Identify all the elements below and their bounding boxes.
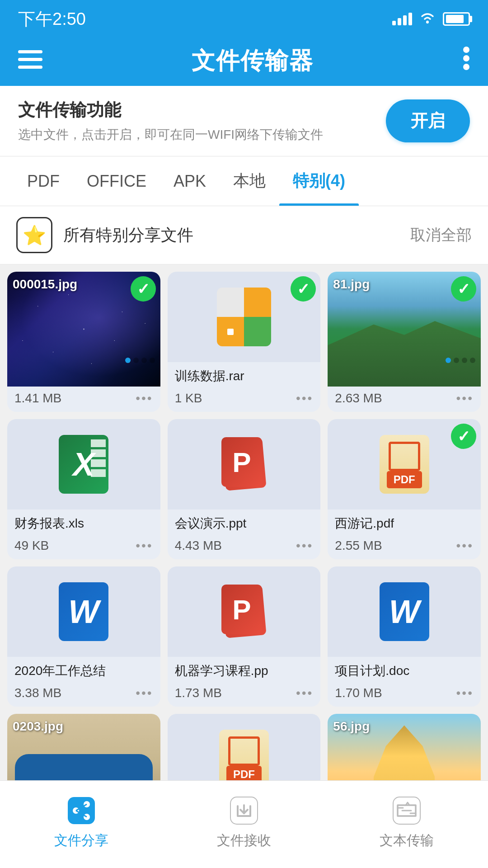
- tab-bar: PDF OFFICE APK 本地 特别(4): [0, 156, 488, 206]
- file-name: 会议演示.ppt: [168, 509, 321, 534]
- page-dots: [446, 358, 475, 363]
- file-name: 机器学习课程.pp: [168, 657, 321, 681]
- hamburger-menu[interactable]: [18, 50, 42, 72]
- tab-apk[interactable]: APK: [160, 158, 220, 204]
- file-footer: 1.70 MB •••: [328, 681, 481, 707]
- file-menu-dots[interactable]: •••: [136, 686, 153, 700]
- file-size: 1.70 MB: [335, 686, 382, 700]
- svg-point-6: [463, 64, 469, 70]
- file-menu-dots[interactable]: •••: [456, 538, 474, 553]
- file-menu-dots[interactable]: •••: [136, 391, 153, 406]
- file-size: 2.63 MB: [335, 391, 382, 406]
- page-dots: [125, 358, 155, 363]
- section-header: ⭐ 所有特别分享文件 取消全部: [0, 206, 488, 264]
- file-size: 49 KB: [14, 538, 49, 553]
- more-options-icon[interactable]: [463, 46, 470, 76]
- banner-title: 文件传输功能: [18, 99, 323, 122]
- file-size: 1.73 MB: [175, 686, 222, 700]
- app-title: 文件传输器: [192, 45, 314, 77]
- tab-office[interactable]: OFFICE: [73, 158, 160, 204]
- svg-point-5: [463, 55, 469, 61]
- file-name-overlay: 000015.jpg: [13, 277, 77, 292]
- tab-special[interactable]: 特别(4): [279, 156, 359, 206]
- file-menu-dots[interactable]: •••: [296, 686, 313, 700]
- nav-text-transfer[interactable]: 文本传输: [361, 790, 452, 854]
- status-icons: [392, 10, 470, 28]
- file-name: 项目计划.doc: [328, 657, 481, 681]
- file-size: 1 KB: [175, 391, 202, 406]
- section-left: ⭐ 所有特别分享文件: [16, 217, 193, 253]
- transfer-banner: 文件传输功能 选中文件，点击开启，即可在同一WIFI网络下传输文件 开启: [0, 86, 488, 156]
- selected-check: ✓: [131, 276, 156, 302]
- nav-file-share[interactable]: 文件分享: [36, 790, 127, 854]
- list-item[interactable]: 项目计划.doc 1.70 MB •••: [328, 566, 481, 707]
- list-item[interactable]: 81.jpg ✓ 2.63 MB •••: [328, 272, 481, 412]
- file-size: 2.55 MB: [335, 538, 382, 553]
- file-name: 西游记.pdf: [328, 509, 481, 534]
- svg-point-4: [463, 47, 469, 53]
- svg-rect-3: [18, 66, 42, 69]
- banner-text: 文件传输功能 选中文件，点击开启，即可在同一WIFI网络下传输文件: [18, 99, 323, 143]
- file-menu-dots[interactable]: •••: [456, 391, 474, 406]
- selected-check: ✓: [451, 424, 476, 449]
- file-thumbnail: ✓: [168, 272, 321, 362]
- tab-local[interactable]: 本地: [220, 156, 279, 206]
- bottom-nav: 文件分享 文件接收 文本传输: [0, 780, 488, 868]
- file-thumbnail: [328, 566, 481, 657]
- file-menu-dots[interactable]: •••: [456, 686, 474, 700]
- signal-icon: [392, 13, 412, 25]
- file-name-overlay: 56.jpg: [333, 719, 370, 734]
- status-bar: 下午2:50: [0, 0, 488, 36]
- file-footer: 4.43 MB •••: [168, 534, 321, 559]
- cancel-all-button[interactable]: 取消全部: [410, 225, 472, 245]
- file-size: 1.41 MB: [14, 391, 61, 406]
- file-thumbnail: [7, 419, 160, 509]
- svg-rect-7: [68, 797, 95, 824]
- file-thumbnail: P: [168, 566, 321, 657]
- nav-receive-label: 文件接收: [217, 831, 271, 850]
- share-nav-icon: [65, 794, 98, 827]
- file-footer: 1.41 MB •••: [7, 387, 160, 412]
- file-name: 2020年工作总结: [7, 657, 160, 681]
- nav-file-receive[interactable]: 文件接收: [199, 790, 289, 854]
- file-footer: 3.38 MB •••: [7, 681, 160, 707]
- file-name: 训练数据.rar: [168, 362, 321, 387]
- file-name: 财务报表.xls: [7, 509, 160, 534]
- svg-point-0: [426, 21, 429, 24]
- status-time: 下午2:50: [18, 8, 86, 31]
- file-thumbnail: [7, 566, 160, 657]
- nav-text-label: 文本传输: [380, 831, 434, 850]
- file-thumbnail: ✓: [328, 419, 481, 509]
- tab-pdf[interactable]: PDF: [14, 158, 73, 204]
- banner-subtitle: 选中文件，点击开启，即可在同一WIFI网络下传输文件: [18, 126, 323, 143]
- file-footer: 2.63 MB •••: [328, 387, 481, 412]
- battery-icon: [443, 12, 470, 26]
- star-icon: ⭐: [16, 217, 52, 253]
- file-footer: 2.55 MB •••: [328, 534, 481, 559]
- text-nav-icon: [390, 794, 423, 827]
- list-item[interactable]: P 会议演示.ppt 4.43 MB •••: [168, 419, 321, 559]
- start-transfer-button[interactable]: 开启: [386, 99, 470, 142]
- file-thumbnail: 81.jpg ✓: [328, 272, 481, 387]
- list-item[interactable]: 2020年工作总结 3.38 MB •••: [7, 566, 160, 707]
- file-grid: 000015.jpg ✓ 1.41 MB ••• ✓: [0, 264, 488, 861]
- section-title: 所有特别分享文件: [63, 224, 193, 246]
- list-item[interactable]: 000015.jpg ✓ 1.41 MB •••: [7, 272, 160, 412]
- nav-share-label: 文件分享: [54, 831, 108, 850]
- file-menu-dots[interactable]: •••: [136, 538, 153, 553]
- list-item[interactable]: P 机器学习课程.pp 1.73 MB •••: [168, 566, 321, 707]
- svg-rect-1: [18, 50, 42, 53]
- list-item[interactable]: 财务报表.xls 49 KB •••: [7, 419, 160, 559]
- file-footer: 1.73 MB •••: [168, 681, 321, 707]
- list-item[interactable]: ✓ 训练数据.rar 1 KB •••: [168, 272, 321, 412]
- receive-nav-icon: [228, 794, 260, 827]
- file-footer: 1 KB •••: [168, 387, 321, 412]
- file-menu-dots[interactable]: •••: [296, 538, 313, 553]
- list-item[interactable]: ✓ 西游记.pdf 2.55 MB •••: [328, 419, 481, 559]
- file-thumbnail: 000015.jpg ✓: [7, 272, 160, 387]
- wifi-icon: [419, 10, 436, 28]
- file-thumbnail: P: [168, 419, 321, 509]
- svg-rect-2: [18, 58, 42, 61]
- file-size: 3.38 MB: [14, 686, 61, 700]
- file-menu-dots[interactable]: •••: [296, 391, 313, 406]
